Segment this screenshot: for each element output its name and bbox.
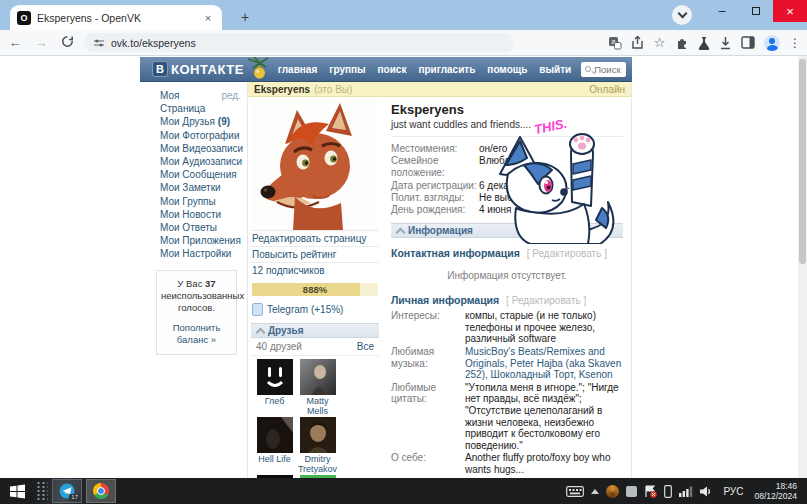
field-value: Не выбраны [479,192,537,204]
sidebar-item-my-friends[interactable]: Мои Друзья(9) [160,115,247,128]
show-hidden-icons-arrow[interactable] [591,489,599,494]
edit-shortcut[interactable]: ред. [221,89,247,115]
search-input[interactable] [594,64,622,75]
nav-groups[interactable]: группы [323,64,371,75]
maximize-button[interactable] [739,0,773,22]
network-signal-icon[interactable] [679,486,693,497]
bookmark-star-icon[interactable]: ☆ [653,35,666,50]
subscribers-link[interactable]: 12 подписчиков [251,262,379,278]
download-icon[interactable] [719,36,732,50]
sidebar-item-my-audios[interactable]: Мои Аудиозаписи [160,155,247,168]
nav-home[interactable]: главная [272,64,323,75]
field-label: Любимые цитаты: [391,382,465,452]
profile-fields: Местоимения:он/его Семейное положение:Вл… [391,143,623,216]
field-label: Дата регистрации: [391,180,479,192]
friend-avatar[interactable] [300,359,336,395]
friend-avatar[interactable] [257,359,293,395]
scrollbar-thumb[interactable] [799,59,806,264]
new-tab-button[interactable]: + [236,9,254,27]
browser-tab-strip: O Eksperyens - OpenVK × + – × [0,0,807,30]
extensions-puzzle-icon[interactable] [675,36,689,50]
raise-rating-link[interactable]: Повысить рейтинг [251,246,379,262]
tray-app-icon[interactable] [626,486,637,497]
field-value: Влюблён [479,155,521,179]
tray-app-icon[interactable] [606,485,619,498]
profile-left-column: Редактировать страницу Повысить рейтинг … [248,97,381,478]
address-bar[interactable]: ovk.to/eksperyens [84,33,514,52]
contact-info-empty: Информация отсутствует. [391,270,623,281]
sidebar-item-my-notes[interactable]: Мои Заметки [160,181,247,194]
share-icon[interactable] [631,36,644,50]
browser-menu-icon[interactable]: ⋮ [789,36,801,50]
pc-status-icon[interactable] [664,485,672,498]
sidebar-item-my-messages[interactable]: Мои Сообщения [160,168,247,181]
flask-icon[interactable] [698,36,710,50]
clock-date: 08/12/2024 [754,491,797,501]
nav-help[interactable]: помощь [481,64,533,75]
christmas-ornament-icon [246,57,272,81]
volume-icon[interactable] [700,486,712,497]
side-panel-icon[interactable] [741,36,755,49]
sidebar-item-my-photos[interactable]: Мои Фотографии [160,129,247,142]
field-label: Интересы: [391,310,465,345]
nav-search[interactable]: поиск [372,64,413,75]
minimize-button[interactable]: – [705,0,739,22]
friend-avatar[interactable] [257,417,293,453]
sidebar-item-my-apps[interactable]: Мои Приложения [160,234,247,247]
action-center-flag-icon[interactable] [644,485,657,498]
sidebar-item-my-groups[interactable]: Мои Группы [160,195,247,208]
field-value: 4 июня [479,204,511,216]
telegram-badge: 17 [69,494,80,501]
browser-profile-avatar[interactable] [764,35,780,51]
friend-card-dmitry-tretyakov[interactable]: Dmitry Tretyakov [296,417,339,474]
language-indicator[interactable]: РУС [719,486,747,497]
vk-search-box[interactable] [581,62,626,77]
profile-status[interactable]: just want cuddles and friends.... [391,119,623,137]
maximize-icon [752,7,760,15]
friend-card-matty[interactable]: Matty Mells [296,359,339,416]
friends-section-header: Друзья [251,323,379,338]
personal-info-title: Личная информация [ Редактировать ] [391,294,623,306]
profile-titlebar: Eksperyens (это Вы) Онлайн [248,82,631,97]
topup-balance-link[interactable]: Пополнить баланс » [161,322,232,346]
tab-close-icon[interactable]: × [201,12,215,24]
page-scrollbar[interactable] [798,56,807,478]
collapse-icon[interactable] [396,227,404,235]
profile-avatar[interactable] [251,100,378,230]
sidebar-item-my-news[interactable]: Мои Новости [160,208,247,221]
friend-avatar[interactable] [300,417,336,453]
forward-button[interactable]: → [32,35,50,50]
edit-page-link[interactable]: Редактировать страницу [251,230,379,246]
personal-edit-link[interactable]: [ Редактировать ] [506,295,586,306]
tab-search-button[interactable] [672,5,692,25]
sidebar-item-my-settings[interactable]: Мои Настройки [160,247,247,260]
telegram-bonus-link[interactable]: Telegram (+15%) [252,303,378,316]
taskbar-telegram-button[interactable]: 17 [52,479,82,503]
window-controls: – × [705,0,807,22]
field-value: 6 декабря 2021 в ... [479,180,570,192]
taskbar-chrome-button[interactable] [86,479,116,503]
friends-all-link[interactable]: Все [357,341,374,352]
nav-logout[interactable]: выйти [533,64,577,75]
collapse-icon[interactable] [256,327,264,335]
translate-icon[interactable]: a [608,36,622,50]
sidebar-item-my-answers[interactable]: Мои Ответы [160,221,247,234]
site-info-icon[interactable] [93,38,105,48]
contact-edit-link[interactable]: [ Редактировать ] [527,248,607,259]
favorite-music-links[interactable]: MusicBoy's Beats/Remixes and Originals, … [465,346,623,381]
field-value: Another fluffy proto/foxy boy who wants … [465,452,623,475]
sidebar-item-my-videos[interactable]: Мои Видеозаписи [160,142,247,155]
friend-card-hell-life[interactable]: Hell Life [253,417,296,474]
touch-keyboard-icon[interactable] [566,486,584,497]
vk-logo[interactable]: В КОНТАКТЕ [152,61,244,77]
browser-tab[interactable]: O Eksperyens - OpenVK × [10,5,222,30]
chrome-icon [93,483,109,499]
back-button[interactable]: ← [6,35,24,50]
friend-card-gleb[interactable]: Глеб [253,359,296,416]
close-button[interactable]: × [773,0,807,22]
taskbar-clock[interactable]: 18:46 08/12/2024 [754,481,799,501]
start-button[interactable] [0,478,34,504]
nav-invite[interactable]: пригласить [412,64,481,75]
reload-button[interactable] [58,35,76,51]
sidebar-item-my-page[interactable]: Моя Страницаред. [160,89,247,115]
